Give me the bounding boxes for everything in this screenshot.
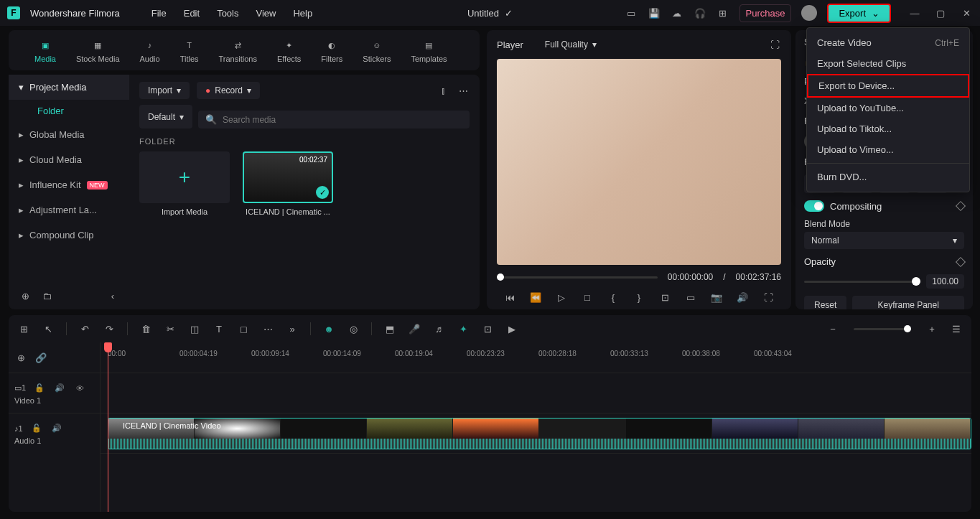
screen-icon[interactable]: ⊡ xyxy=(481,322,494,335)
menu-view[interactable]: View xyxy=(256,8,276,19)
search-input[interactable] xyxy=(223,115,462,125)
media-clip-card[interactable]: 00:02:37 ✓ ICELAND | Cinematic ... xyxy=(243,151,333,216)
target-icon[interactable]: ◎ xyxy=(347,322,360,335)
video-clip[interactable]: ICELAND | Cinematic Video xyxy=(108,418,971,449)
view-icon[interactable]: ☰ xyxy=(950,322,963,335)
mic-icon[interactable]: 🎤 xyxy=(408,322,421,335)
timeline-right[interactable]: 00:00 00:00:04:19 00:00:09:14 00:00:14:0… xyxy=(101,342,971,512)
redo-icon[interactable]: ↷ xyxy=(103,322,116,335)
menu-help[interactable]: Help xyxy=(293,8,312,19)
tab-titles[interactable]: TTitles xyxy=(172,34,207,66)
snapshot-icon[interactable]: ⛶ xyxy=(768,38,781,51)
zoom-in-icon[interactable]: + xyxy=(925,322,938,335)
avatar[interactable] xyxy=(801,5,817,21)
keyframe-icon[interactable] xyxy=(956,256,966,266)
filter-icon[interactable]: ⫿ xyxy=(437,84,449,97)
slider-thumb[interactable] xyxy=(912,277,920,286)
mark-out-icon[interactable]: } xyxy=(633,291,645,304)
add-track-icon[interactable]: ⊕ xyxy=(14,351,27,364)
mark-in-icon[interactable]: { xyxy=(607,291,620,304)
play-icon[interactable]: ▷ xyxy=(555,291,568,304)
burn-dvd[interactable]: Burn DVD... xyxy=(807,167,969,187)
prev-icon[interactable]: ⏮ xyxy=(503,291,516,304)
window-icon[interactable]: ▭ xyxy=(625,6,638,19)
blend-select[interactable]: Normal▾ xyxy=(804,232,964,249)
stop-icon[interactable]: □ xyxy=(581,291,594,304)
link-icon[interactable]: 🔗 xyxy=(34,351,47,364)
playhead[interactable] xyxy=(108,342,108,512)
import-dropdown[interactable]: Import▾ xyxy=(139,82,190,99)
tab-audio[interactable]: ♪Audio xyxy=(131,34,169,66)
export-create-video[interactable]: Create Video Ctrl+E xyxy=(807,32,969,53)
tab-effects[interactable]: ✦Effects xyxy=(269,34,309,66)
upload-tiktok[interactable]: Upload to Tiktok... xyxy=(807,118,969,139)
music-icon[interactable]: ♬ xyxy=(432,322,445,335)
upload-vimeo[interactable]: Upload to Vimeo... xyxy=(807,139,969,160)
lock-icon[interactable]: 🔓 xyxy=(33,382,46,395)
crop-icon[interactable]: ◫ xyxy=(188,322,201,335)
ai-icon[interactable]: ☻ xyxy=(322,322,335,335)
tab-stock[interactable]: ▦Stock Media xyxy=(67,34,129,66)
menu-edit[interactable]: Edit xyxy=(184,8,200,19)
scrub-thumb[interactable] xyxy=(497,273,504,281)
opacity-slider[interactable] xyxy=(804,281,920,283)
ratio-icon[interactable]: ⊡ xyxy=(658,291,671,304)
step-back-icon[interactable]: ⏪ xyxy=(529,291,542,304)
reset-button[interactable]: Reset xyxy=(804,296,846,309)
close-icon[interactable]: ✕ xyxy=(960,6,973,19)
pointer-icon[interactable]: ↖ xyxy=(42,322,55,335)
sidebar-cloud-media[interactable]: ▸Cloud Media xyxy=(9,147,129,172)
text-icon[interactable]: T xyxy=(213,322,225,335)
sidebar-adjustment[interactable]: ▸Adjustment La... xyxy=(9,197,129,223)
sidebar-folder[interactable]: Folder xyxy=(9,100,129,122)
tab-transitions[interactable]: ⇄Transitions xyxy=(210,34,266,66)
undo-icon[interactable]: ↶ xyxy=(78,322,91,335)
marker-icon[interactable]: ⬒ xyxy=(383,322,396,335)
compositing-toggle[interactable] xyxy=(804,200,824,212)
sidebar-project-media[interactable]: ▾Project Media xyxy=(9,75,129,100)
tab-stickers[interactable]: ☺Stickers xyxy=(354,34,399,66)
cloud-icon[interactable]: ☁ xyxy=(671,6,683,19)
minimize-icon[interactable]: — xyxy=(908,6,921,19)
grid-icon[interactable]: ⊞ xyxy=(17,322,30,335)
shape-icon[interactable]: ◻ xyxy=(237,322,250,335)
cut-icon[interactable]: ✂ xyxy=(164,322,177,335)
export-selected-clips[interactable]: Export Selected Clips xyxy=(807,53,969,74)
export-button[interactable]: Export ⌄ xyxy=(827,4,891,23)
maximize-icon[interactable]: ▢ xyxy=(934,6,947,19)
menu-tools[interactable]: Tools xyxy=(217,8,238,19)
quality-dropdown[interactable]: Full Quality▾ xyxy=(536,36,605,53)
zoom-slider[interactable] xyxy=(854,328,911,330)
collapse-icon[interactable]: ‹ xyxy=(106,289,119,302)
apps-icon[interactable]: ⊞ xyxy=(717,6,729,19)
fullscreen-icon[interactable]: ⛶ xyxy=(762,291,775,304)
tab-media[interactable]: ▣Media xyxy=(26,34,65,66)
import-media-card[interactable]: + Import Media xyxy=(139,151,230,216)
record-dropdown[interactable]: ●Record▾ xyxy=(197,82,260,99)
sidebar-global-media[interactable]: ▸Global Media xyxy=(9,122,129,147)
purchase-button[interactable]: Purchase xyxy=(739,4,792,22)
render-icon[interactable]: ▶ xyxy=(505,322,518,335)
folder-icon[interactable]: 🗀 xyxy=(40,289,53,302)
mute-icon[interactable]: 🔊 xyxy=(50,422,63,435)
more-icon[interactable]: ⋯ xyxy=(457,84,470,97)
sort-dropdown[interactable]: Default▾ xyxy=(139,105,192,128)
video-lane[interactable]: ICELAND | Cinematic Video xyxy=(101,413,971,453)
menu-file[interactable]: File xyxy=(151,8,167,19)
export-to-device[interactable]: Export to Device... xyxy=(807,74,969,98)
timeline-ruler[interactable]: 00:00 00:00:04:19 00:00:09:14 00:00:14:0… xyxy=(101,342,971,373)
enhance-icon[interactable]: ✦ xyxy=(457,322,470,335)
mute-icon[interactable]: 🔊 xyxy=(53,382,66,395)
volume-icon[interactable]: 🔊 xyxy=(736,291,749,304)
delete-icon[interactable]: 🗑 xyxy=(139,322,152,335)
audio-lane[interactable] xyxy=(101,453,971,493)
sidebar-influence-kit[interactable]: ▸Influence KitNEW xyxy=(9,172,129,197)
opacity-input[interactable]: 100.00 xyxy=(926,274,964,289)
keyframe-panel-button[interactable]: Keyframe Panel xyxy=(852,296,964,309)
camera-icon[interactable]: 📷 xyxy=(710,291,723,304)
sidebar-compound[interactable]: ▸Compound Clip xyxy=(9,223,129,248)
zoom-out-icon[interactable]: − xyxy=(826,322,839,335)
folder-add-icon[interactable]: ⊕ xyxy=(19,289,32,302)
save-icon[interactable]: 💾 xyxy=(648,6,661,19)
tab-filters[interactable]: ◐Filters xyxy=(312,34,351,66)
